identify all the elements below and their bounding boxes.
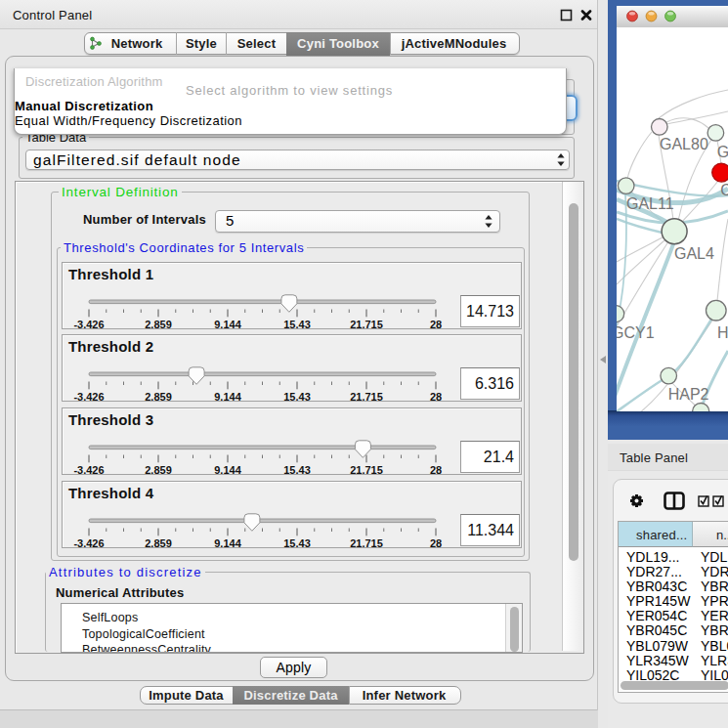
svg-text:21.715: 21.715 xyxy=(350,537,383,548)
svg-text:21.715: 21.715 xyxy=(350,391,383,402)
svg-text:2.859: 2.859 xyxy=(145,391,172,402)
svg-text:GAL4: GAL4 xyxy=(674,245,714,262)
svg-text:CDC: CDC xyxy=(720,182,728,198)
svg-text:28: 28 xyxy=(430,464,442,475)
svg-text:-3.426: -3.426 xyxy=(73,464,104,475)
svg-text:HAP2: HAP2 xyxy=(668,386,709,403)
svg-text:9.144: 9.144 xyxy=(214,319,241,329)
svg-text:21.715: 21.715 xyxy=(350,464,383,475)
svg-text:21.715: 21.715 xyxy=(350,319,383,329)
svg-text:-3.426: -3.426 xyxy=(73,537,104,548)
svg-text:GAL7: GAL7 xyxy=(717,144,728,160)
svg-text:9.144: 9.144 xyxy=(214,391,241,402)
svg-text:GAL80: GAL80 xyxy=(660,136,708,152)
svg-text:-3.426: -3.426 xyxy=(73,319,104,329)
svg-text:15.43: 15.43 xyxy=(283,537,311,548)
svg-text:9.144: 9.144 xyxy=(214,464,241,475)
svg-text:2.859: 2.859 xyxy=(145,464,172,475)
svg-text:28: 28 xyxy=(430,537,442,548)
svg-text:15.43: 15.43 xyxy=(283,391,311,402)
svg-text:HIS: HIS xyxy=(717,324,728,341)
svg-text:15.43: 15.43 xyxy=(283,319,311,329)
svg-text:GCY1: GCY1 xyxy=(617,324,655,341)
svg-text:2.859: 2.859 xyxy=(145,537,172,548)
svg-text:2.859: 2.859 xyxy=(145,319,172,329)
svg-text:9.144: 9.144 xyxy=(214,537,241,548)
svg-text:15.43: 15.43 xyxy=(283,464,311,475)
svg-text:GAL11: GAL11 xyxy=(626,195,674,212)
svg-text:28: 28 xyxy=(430,319,442,329)
svg-text:-3.426: -3.426 xyxy=(73,391,104,402)
svg-text:28: 28 xyxy=(430,391,442,402)
